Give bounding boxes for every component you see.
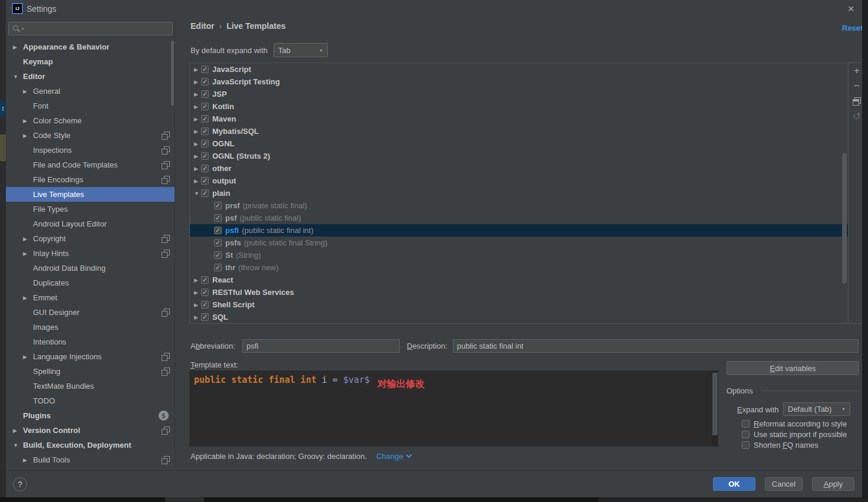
tree-group-kotlin[interactable]: ▶Kotlin (190, 100, 848, 113)
tree-group-ognl[interactable]: ▶OGNL (190, 137, 848, 150)
sidebar-item-editor[interactable]: ▼Editor (6, 69, 175, 84)
expander-icon[interactable]: ▶ (191, 129, 201, 134)
expander-icon[interactable]: ▶ (23, 354, 33, 360)
expander-icon[interactable]: ▶ (191, 277, 201, 283)
expander-icon[interactable]: ▶ (191, 153, 201, 159)
sidebar-item-todo[interactable]: TODO (6, 393, 175, 408)
checkbox-icon[interactable] (201, 165, 209, 172)
default-expand-select[interactable]: Tab (274, 43, 328, 57)
abbreviation-input[interactable] (242, 339, 400, 353)
expander-icon[interactable]: ▶ (191, 116, 201, 122)
checkbox-icon[interactable] (201, 288, 209, 296)
expander-icon[interactable]: ▶ (23, 251, 33, 257)
expander-icon[interactable]: ▶ (191, 178, 201, 184)
expander-icon[interactable]: ▶ (191, 166, 201, 172)
tree-template-psfi[interactable]: psfi(public static final int) (190, 224, 848, 237)
help-button[interactable]: ? (13, 477, 27, 491)
tree-template-psf[interactable]: psf(public static final) (190, 212, 848, 224)
tree-group-react[interactable]: ▶React (190, 274, 848, 286)
tree-group-restful-web-services[interactable]: ▶RESTful Web Services (190, 286, 848, 298)
sidebar-item-inlay-hints[interactable]: ▶Inlay Hints (6, 246, 175, 261)
sidebar-item-appearance-behavior[interactable]: ▶Appearance & Behavior (6, 40, 175, 54)
checkbox-icon[interactable] (214, 214, 222, 222)
sidebar-item-file-encodings[interactable]: File Encodings (6, 172, 175, 187)
checkbox-icon[interactable] (201, 177, 209, 185)
static-import-checkbox[interactable]: Use static import if possible (742, 430, 847, 439)
expander-icon[interactable]: ▶ (191, 104, 201, 110)
sidebar-item-file-and-code-templates[interactable]: File and Code Templates (6, 158, 175, 172)
sidebar-item-general[interactable]: ▶General (6, 84, 175, 99)
sidebar-item-keymap[interactable]: Keymap (6, 54, 175, 69)
apply-button[interactable]: Apply (812, 477, 854, 491)
checkbox-icon[interactable] (201, 103, 209, 110)
sidebar-item-font[interactable]: Font (6, 99, 175, 113)
tree-template-prsf[interactable]: prsf(private static final) (190, 199, 848, 212)
tree-group-javascript[interactable]: ▶JavaScript (190, 63, 848, 76)
description-input[interactable] (453, 339, 859, 353)
tree-group-output[interactable]: ▶output (190, 175, 848, 187)
cancel-button[interactable]: Cancel (765, 477, 803, 491)
sidebar-item-code-style[interactable]: ▶Code Style (6, 128, 175, 143)
checkbox-icon[interactable] (201, 301, 209, 309)
checkbox-icon[interactable] (214, 239, 222, 247)
ok-button[interactable]: OK (713, 477, 755, 491)
checkbox-icon[interactable] (201, 313, 209, 321)
expander-icon[interactable]: ▶ (13, 44, 23, 50)
expander-icon[interactable]: ▼ (13, 442, 23, 448)
sidebar-item-android-layout-editor[interactable]: Android Layout Editor (6, 216, 175, 231)
expander-icon[interactable]: ▶ (23, 133, 33, 139)
tree-scrollbar-thumb[interactable] (842, 153, 847, 284)
sidebar-item-android-data-binding[interactable]: Android Data Binding (6, 261, 175, 275)
tree-group-jsp[interactable]: ▶JSP (190, 88, 848, 100)
sidebar-item-intentions[interactable]: Intentions (6, 334, 175, 349)
settings-search-box[interactable]: ▾ (8, 22, 173, 35)
expander-icon[interactable]: ▼ (13, 74, 23, 80)
tree-template-psfs[interactable]: psfs(public static final String) (190, 237, 848, 249)
sidebar-item-copyright[interactable]: ▶Copyright (6, 231, 175, 246)
template-text-editor[interactable]: public static final int i = $var$ 对输出修改 (189, 370, 718, 447)
close-icon[interactable]: × (844, 2, 857, 15)
expander-icon[interactable]: ▶ (191, 302, 201, 308)
checkbox-icon[interactable] (214, 227, 222, 234)
expander-icon[interactable]: ▶ (23, 457, 33, 463)
sidebar-item-build-tools[interactable]: ▶Build Tools (6, 452, 175, 467)
breadcrumb-editor[interactable]: Editor (190, 21, 214, 31)
expander-icon[interactable]: ▶ (23, 118, 33, 124)
sidebar-item-spelling[interactable]: Spelling (6, 364, 175, 379)
tree-group-sql[interactable]: ▶SQL (190, 311, 848, 323)
reformat-checkbox[interactable]: Reformat according to style (742, 419, 847, 428)
expander-icon[interactable]: ▶ (23, 295, 33, 301)
sidebar-item-images[interactable]: Images (6, 320, 175, 334)
checkbox-icon[interactable] (201, 65, 209, 73)
shorten-fq-checkbox[interactable]: Shorten FQ names (742, 441, 818, 449)
sidebar-item-gui-designer[interactable]: GUI Designer (6, 305, 175, 320)
expander-icon[interactable]: ▶ (13, 428, 23, 434)
tree-group-shell-script[interactable]: ▶Shell Script (190, 298, 848, 311)
expander-icon[interactable]: ▶ (191, 314, 201, 320)
checkbox-icon[interactable] (201, 152, 209, 160)
sidebar-item-live-templates[interactable]: Live Templates (6, 187, 175, 202)
expander-icon[interactable]: ▶ (23, 236, 33, 242)
tree-template-st[interactable]: St(String) (190, 249, 848, 261)
tree-group-ognl-struts-2[interactable]: ▶OGNL (Struts 2) (190, 150, 848, 162)
expander-icon[interactable]: ▶ (191, 67, 201, 73)
checkbox-icon[interactable] (201, 127, 209, 135)
sidebar-item-plugins[interactable]: Plugins5 (6, 408, 175, 423)
checkbox-icon[interactable] (201, 90, 209, 98)
sidebar-item-textmate-bundles[interactable]: TextMate Bundles (6, 379, 175, 393)
checkbox-icon[interactable] (214, 251, 222, 259)
expand-with-select[interactable]: Default (Tab) (783, 402, 850, 416)
edit-variables-button[interactable]: Edit variables (726, 361, 859, 375)
reset-link[interactable]: Reset (842, 24, 863, 32)
expander-icon[interactable]: ▶ (191, 91, 201, 97)
sidebar-item-file-types[interactable]: File Types (6, 202, 175, 216)
tree-group-other[interactable]: ▶other (190, 162, 848, 175)
tree-group-mybatis-sql[interactable]: ▶Mybatis/SQL (190, 125, 848, 137)
search-input[interactable] (24, 24, 172, 33)
sidebar-item-emmet[interactable]: ▶Emmet (6, 290, 175, 305)
checkbox-icon[interactable] (201, 276, 209, 284)
sidebar-item-duplicates[interactable]: Duplicates (6, 275, 175, 290)
expander-icon[interactable]: ▶ (191, 79, 201, 85)
checkbox-icon[interactable] (201, 140, 209, 147)
tree-template-thr[interactable]: thr(throw new) (190, 261, 848, 274)
